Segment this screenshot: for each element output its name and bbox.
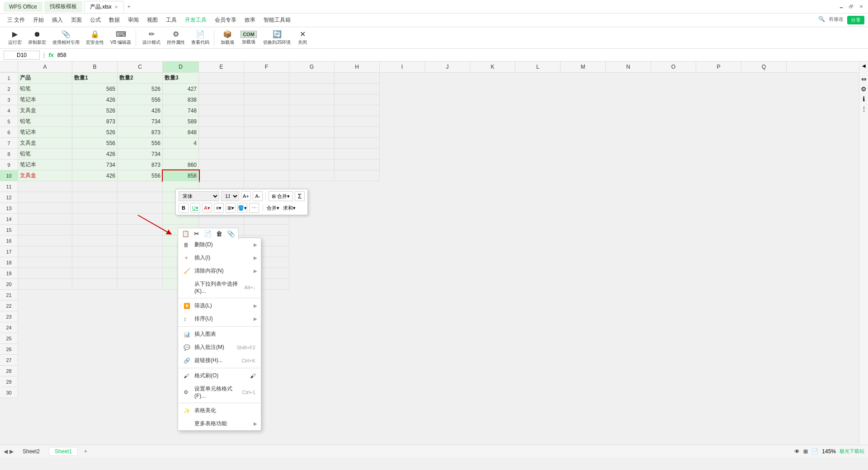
row-header-3[interactable]: 3 (0, 94, 18, 105)
row-header-26[interactable]: 26 (0, 344, 18, 355)
cell-A1[interactable]: 产品 (18, 73, 72, 84)
merge-btn[interactable]: ⊞ 合并▾ (269, 191, 293, 201)
cell-B8[interactable]: 426 (72, 149, 118, 160)
tab-file[interactable]: 产品.xlsx ✕ (84, 1, 124, 13)
row-header-10[interactable]: 10 (0, 170, 18, 181)
col-header-L[interactable]: L (515, 61, 561, 72)
cell-A12[interactable] (18, 192, 72, 203)
menu-formula[interactable]: 公式 (86, 14, 104, 26)
sheet-nav-right[interactable]: ▶ (9, 448, 14, 455)
cell-G1[interactable] (289, 73, 335, 84)
row-header-5[interactable]: 5 (0, 116, 18, 127)
col-header-D[interactable]: D (163, 61, 199, 72)
minimize-button[interactable]: 🗕 (838, 4, 844, 10)
col-header-I[interactable]: I (380, 61, 425, 72)
row-header-16[interactable]: 16 (0, 235, 18, 246)
col-header-K[interactable]: K (470, 61, 515, 72)
cell-A8[interactable]: 铅笔 (18, 149, 72, 160)
row-header-12[interactable]: 12 (0, 192, 18, 203)
copy-icon[interactable]: 📋 (182, 230, 189, 237)
cell-E10[interactable] (199, 170, 244, 181)
ctx-clear[interactable]: 🧹 清除内容(N) (178, 264, 261, 277)
cell-C10[interactable]: 556 (118, 170, 163, 181)
row-header-27[interactable]: 27 (0, 355, 18, 366)
row-header-21[interactable]: 21 (0, 290, 18, 301)
cell-reference[interactable] (4, 51, 40, 60)
search-icon[interactable]: 🔍 (818, 16, 825, 24)
menu-view[interactable]: 视图 (143, 14, 161, 26)
cell-G2[interactable] (289, 84, 335, 94)
row-header-25[interactable]: 25 (0, 333, 18, 344)
sheet-add-btn[interactable]: + (81, 447, 90, 456)
cell-F6[interactable] (244, 127, 289, 138)
row-header-2[interactable]: 2 (0, 84, 18, 94)
row-header-18[interactable]: 18 (0, 257, 18, 268)
font-size-select[interactable]: 11 (221, 191, 239, 201)
cell-E5[interactable] (199, 116, 244, 127)
sheet-tab-sheet2[interactable]: Sheet2 (17, 447, 45, 456)
tab-wps[interactable]: WPS Office (4, 2, 42, 12)
sidebar-collapse-icon[interactable]: ◀ (862, 63, 866, 68)
cell-D3[interactable]: 838 (163, 94, 199, 105)
tab-add[interactable]: + (126, 2, 132, 12)
cell-G10[interactable] (289, 170, 335, 181)
design-mode-btn[interactable]: ✏ 设计模式 (140, 30, 163, 46)
cell-C7[interactable]: 556 (118, 138, 163, 149)
cell-F10[interactable] (244, 170, 289, 181)
cell-A5[interactable]: 铅笔 (18, 116, 72, 127)
cell-G4[interactable] (289, 105, 335, 116)
cell-A7[interactable]: 文具盒 (18, 138, 72, 149)
cell-H5[interactable] (335, 116, 380, 127)
menu-file[interactable]: 三 文件 (4, 14, 28, 26)
ctx-insert-comment[interactable]: 💬 插入批注(M) Shift+F2 (178, 341, 261, 354)
cell-C4[interactable]: 426 (118, 105, 163, 116)
control-props-btn[interactable]: ⚙ 控件属性 (164, 30, 188, 46)
vb-editor-btn[interactable]: ⌨ VB 编辑器 (108, 30, 134, 46)
com-addin-btn[interactable]: COM 加载项 (238, 30, 259, 46)
view-icon-2[interactable]: ⊞ (803, 448, 808, 455)
ctx-filter[interactable]: 🔽 筛选(L) (178, 299, 261, 312)
cell-H1[interactable] (335, 73, 380, 84)
ctx-insert-chart[interactable]: 📊 插入图表 (178, 328, 261, 341)
cell-H2[interactable] (335, 84, 380, 94)
share-btn[interactable]: 分享 (847, 16, 864, 24)
cell-H10[interactable] (335, 170, 380, 181)
row-header-8[interactable]: 8 (0, 149, 18, 160)
ctx-delete[interactable]: 🗑 删除(D) (178, 238, 261, 251)
more-btn[interactable]: ⋯ (249, 203, 259, 213)
col-header-F[interactable]: F (244, 61, 289, 72)
cut-icon[interactable]: ✂ (194, 230, 199, 237)
cell-C2[interactable]: 526 (118, 84, 163, 94)
cell-E6[interactable] (199, 127, 244, 138)
cell-C8[interactable]: 734 (118, 149, 163, 160)
border-btn[interactable]: ⊞▾ (226, 203, 236, 213)
cell-D1[interactable]: 数量3 (163, 73, 199, 84)
font-decrease-btn[interactable]: A- (253, 191, 263, 201)
menu-data[interactable]: 数据 (105, 14, 123, 26)
cell-C9[interactable]: 873 (118, 160, 163, 170)
menu-review[interactable]: 审阅 (124, 14, 142, 26)
delete-icon[interactable]: 🗑 (216, 230, 222, 237)
col-header-M[interactable]: M (561, 61, 606, 72)
col-header-E[interactable]: E (199, 61, 244, 72)
cell-G5[interactable] (289, 116, 335, 127)
cell-H6[interactable] (335, 127, 380, 138)
menu-insert[interactable]: 插入 (48, 14, 66, 26)
sum-btn[interactable]: Σ (295, 191, 305, 201)
row-header-23[interactable]: 23 (0, 311, 18, 322)
cell-A2[interactable]: 铅笔 (18, 84, 72, 94)
row-header-29[interactable]: 29 (0, 376, 18, 387)
cell-E4[interactable] (199, 105, 244, 116)
cell-B11[interactable] (72, 181, 118, 192)
col-header-N[interactable]: N (606, 61, 651, 72)
ctx-format-cells[interactable]: ⚙ 设置单元格格式(F)... Ctrl+1 (178, 382, 261, 402)
font-color-btn[interactable]: A▾ (202, 203, 212, 213)
row-header-7[interactable]: 7 (0, 138, 18, 149)
cell-F2[interactable] (244, 84, 289, 94)
col-header-Q[interactable]: Q (741, 61, 787, 72)
cell-G3[interactable] (289, 94, 335, 105)
addin-btn[interactable]: 📦 加载项 (218, 30, 237, 46)
cell-H3[interactable] (335, 94, 380, 105)
cell-E3[interactable] (199, 94, 244, 105)
cell-B3[interactable]: 426 (72, 94, 118, 105)
